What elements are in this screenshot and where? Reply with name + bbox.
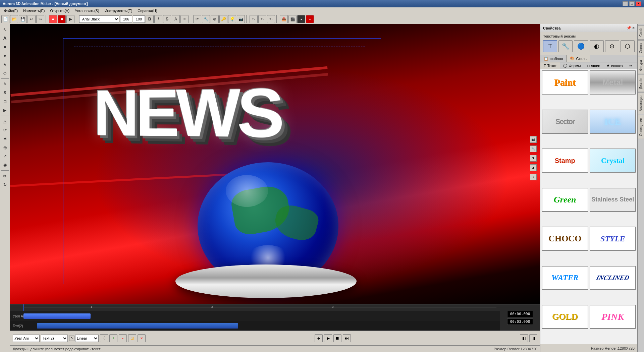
panel-close[interactable]: ×: [633, 26, 635, 30]
style-item-stamp[interactable]: Stamp: [542, 149, 588, 173]
lt-pen[interactable]: ✎: [1, 80, 9, 88]
interpolation-select[interactable]: Linear: [75, 335, 99, 342]
close-button[interactable]: ×: [636, 1, 641, 6]
style-item-pink[interactable]: PINK: [590, 305, 636, 329]
tb-t3[interactable]: T₃: [267, 15, 275, 23]
lt-diamond[interactable]: ◇: [1, 69, 9, 77]
font-size2-input[interactable]: [133, 15, 145, 23]
track-select[interactable]: Text(2): [41, 335, 68, 342]
tb-export[interactable]: 📤: [280, 15, 288, 23]
menu-tools[interactable]: Инструменты(T): [102, 8, 135, 13]
tl-zoom-in[interactable]: ◧: [520, 334, 528, 342]
font-size-input[interactable]: [120, 15, 132, 23]
subtab-box[interactable]: □ ящик: [584, 62, 603, 69]
style-item-metal[interactable]: Metal: [590, 70, 636, 95]
tb-t2[interactable]: T₂: [258, 15, 266, 23]
far-tab-layer[interactable]: Слой: [638, 25, 644, 40]
subtab-forms[interactable]: ◯ Формы: [560, 62, 584, 69]
lt-star[interactable]: ★: [1, 60, 9, 68]
subtab-more[interactable]: ▪▪: [626, 62, 636, 69]
maximize-button[interactable]: □: [629, 1, 635, 6]
tb-align[interactable]: ≡: [180, 15, 189, 23]
tb-bg[interactable]: ▪: [297, 15, 305, 23]
play-play[interactable]: ▶: [324, 334, 332, 342]
timeline-bar[interactable]: [23, 313, 91, 319]
style-item-crystal[interactable]: Crystal: [590, 149, 636, 173]
tb-stop[interactable]: ■: [58, 15, 66, 23]
lt-triangle[interactable]: △: [1, 117, 9, 125]
canvas-btn4[interactable]: ▲: [530, 164, 537, 171]
tb-light[interactable]: 💡: [228, 15, 236, 23]
mode-btn-sphere[interactable]: 🔵: [574, 40, 588, 52]
tb-render[interactable]: ●: [49, 15, 57, 23]
menu-open[interactable]: Открыть(V): [47, 8, 72, 13]
lt-rotate3[interactable]: ↻: [1, 181, 9, 189]
lt-text[interactable]: A: [1, 34, 9, 42]
style-item-choco[interactable]: CHOCO: [542, 227, 588, 251]
lt-rect[interactable]: ■: [1, 43, 9, 51]
style-item-inclined[interactable]: INCLINED: [590, 266, 636, 290]
lt-play2[interactable]: ▶: [1, 106, 9, 114]
tl-zoom-out[interactable]: ◨: [529, 334, 537, 342]
play-last[interactable]: ⏭: [343, 334, 351, 342]
canvas-btn5[interactable]: ↓: [530, 174, 537, 180]
tb-redo[interactable]: ↪: [36, 15, 44, 23]
menu-file[interactable]: Файл(F): [1, 8, 20, 13]
panel-pin[interactable]: 📌: [627, 26, 631, 30]
subtab-icon[interactable]: ★ иконка: [603, 62, 626, 69]
menu-edit[interactable]: Изменить(E): [20, 8, 47, 13]
menu-help[interactable]: Справка(H): [135, 8, 160, 13]
canvas-area[interactable]: NEWS 📷 🔧 ▼ ▲ ↓: [10, 24, 540, 331]
key-prev[interactable]: ⟨: [100, 334, 108, 342]
tb-shadow[interactable]: A: [172, 15, 180, 23]
lt-select[interactable]: ↖: [1, 25, 9, 34]
tab-template[interactable]: 📋 шаблон: [540, 55, 567, 62]
style-item-gold[interactable]: GOLD: [542, 305, 588, 329]
mode-btn-wrench[interactable]: 🔧: [558, 40, 573, 52]
key-add[interactable]: +: [109, 334, 117, 342]
tb-bold[interactable]: B: [146, 15, 154, 23]
track2-bar[interactable]: [37, 323, 238, 329]
tb-italic[interactable]: I: [154, 15, 162, 23]
style-item-water[interactable]: WATER: [542, 266, 588, 290]
lt-layer[interactable]: ⧉: [1, 172, 9, 180]
tb-play[interactable]: ▶: [66, 15, 74, 23]
far-tab-shape[interactable]: Фигура: [638, 57, 644, 74]
font-name-select[interactable]: Arial Black: [79, 15, 119, 23]
far-tab-lighting[interactable]: Освещение: [638, 115, 644, 139]
tb-3d2[interactable]: ⊕: [211, 15, 219, 23]
tb-3d1[interactable]: 🔧: [202, 15, 210, 23]
mode-btn-dot[interactable]: ⊙: [605, 40, 619, 52]
far-tab-scene[interactable]: Сцена: [638, 40, 644, 56]
lt-grid[interactable]: ⊡: [1, 98, 9, 106]
tb-cam[interactable]: 📷: [237, 15, 245, 23]
mode-btn-hex[interactable]: ⬡: [621, 40, 635, 52]
style-item-sector[interactable]: Sector: [542, 110, 588, 134]
interp-icon[interactable]: ∿: [69, 336, 74, 341]
style-item-green[interactable]: Green: [542, 188, 588, 212]
lt-target[interactable]: ◎: [1, 143, 9, 152]
canvas-btn2[interactable]: 🔧: [530, 145, 537, 152]
key-move[interactable]: ⊡: [128, 334, 136, 342]
play-first[interactable]: ⏮: [315, 334, 323, 342]
lt-ring[interactable]: ◉: [1, 161, 9, 169]
tb-undo[interactable]: ↩: [28, 15, 36, 23]
style-item-style[interactable]: STYLE: [590, 227, 636, 251]
tb-key[interactable]: 🔑: [219, 15, 227, 23]
key-next[interactable]: ×: [138, 334, 146, 342]
style-item-ice[interactable]: ICE: [590, 110, 636, 134]
layer-select[interactable]: Узел Ani: [13, 335, 40, 342]
canvas-btn1[interactable]: 📷: [530, 136, 537, 143]
tb-bg2[interactable]: ▪: [306, 15, 314, 23]
lt-circle[interactable]: ●: [1, 52, 9, 60]
lt-s[interactable]: S: [1, 89, 9, 97]
lt-arrow[interactable]: ↗: [1, 152, 9, 160]
style-item-stainless[interactable]: Stainless Steel: [590, 188, 636, 212]
subtab-text[interactable]: T Текст: [540, 62, 560, 69]
canvas-btn3[interactable]: ▼: [530, 155, 537, 162]
lt-star2[interactable]: ✱: [1, 135, 9, 143]
tb-t1[interactable]: T₁: [250, 15, 258, 23]
tb-save[interactable]: 💾: [19, 15, 27, 23]
mode-btn-t[interactable]: T: [543, 40, 557, 52]
minimize-button[interactable]: _: [623, 1, 628, 6]
